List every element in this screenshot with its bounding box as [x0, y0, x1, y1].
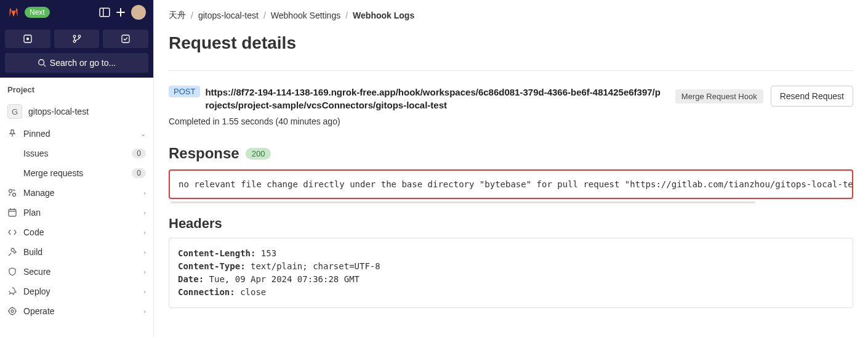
request-url: https://8f72-194-114-138-169.ngrok-free.…: [205, 86, 662, 112]
code-icon: [7, 227, 17, 237]
nav-deploy[interactable]: Deploy ›: [0, 282, 153, 301]
pin-icon: [7, 129, 17, 139]
search-button[interactable]: Search or go to...: [5, 53, 148, 73]
nav-label: Manage: [23, 188, 137, 198]
page-title: Request details: [169, 33, 853, 53]
sidebar: Next Search or go to...: [0, 0, 154, 337]
nav-label: Merge requests: [23, 168, 126, 178]
deploy-icon: [7, 286, 17, 296]
next-badge: Next: [25, 7, 50, 18]
todo-action-button[interactable]: [103, 30, 148, 48]
svg-point-6: [73, 35, 76, 38]
completed-text: Completed in 1.55 seconds (40 minutes ag…: [169, 116, 663, 126]
plan-icon: [7, 208, 17, 217]
chevron-right-icon: ›: [143, 189, 146, 197]
crumb-project[interactable]: gitops-local-test: [198, 10, 259, 20]
chevron-right-icon: ›: [143, 288, 146, 295]
svg-point-7: [73, 40, 76, 43]
hook-type-badge: Merge Request Hook: [675, 89, 763, 104]
operate-icon: [7, 306, 17, 316]
crumb-separator: /: [345, 10, 348, 20]
nav-merge-requests[interactable]: Merge requests 0: [0, 163, 153, 183]
shield-icon: [7, 267, 17, 277]
count-badge: 0: [132, 168, 146, 178]
headers-title: Headers: [169, 216, 853, 232]
project-section-label: Project: [0, 78, 153, 99]
svg-point-18: [9, 308, 16, 315]
nav-label: Issues: [23, 148, 126, 158]
action-row: [0, 25, 153, 53]
chevron-right-icon: ›: [143, 248, 146, 256]
nav-secure[interactable]: Secure ›: [0, 262, 153, 282]
method-badge: POST: [169, 86, 200, 97]
nav-label: Code: [23, 227, 137, 237]
main-content: 天舟 / gitops-local-test / Webhook Setting…: [154, 0, 868, 337]
project-header[interactable]: G gitops-local-test: [0, 99, 153, 124]
crumb-separator: /: [263, 10, 266, 20]
response-body-text: no relevant file change directly under t…: [179, 179, 843, 189]
svg-rect-14: [9, 209, 16, 216]
count-badge: 0: [132, 148, 146, 158]
scrollbar[interactable]: [171, 201, 755, 203]
svg-point-19: [11, 310, 14, 312]
response-body-box: no relevant file change directly under t…: [169, 169, 853, 199]
headers-text: Content-Length: 153 Content-Type: text/p…: [178, 247, 844, 299]
crumb-separator: /: [191, 10, 193, 20]
chevron-right-icon: ›: [143, 209, 146, 216]
chevron-down-icon: ⌄: [140, 130, 146, 138]
merge-action-button[interactable]: [54, 30, 100, 48]
nav-pinned[interactable]: Pinned ⌄: [0, 124, 153, 144]
nav-label: Secure: [23, 267, 137, 277]
divider: [169, 70, 853, 71]
project-badge: G: [7, 104, 22, 119]
build-icon: [7, 247, 17, 257]
plus-icon[interactable]: [115, 7, 126, 18]
headers-box: Content-Length: 153 Content-Type: text/p…: [169, 238, 853, 308]
search-label: Search or go to...: [50, 58, 116, 68]
nav-manage[interactable]: Manage ›: [0, 183, 153, 203]
crumb-current: Webhook Logs: [353, 10, 414, 20]
request-summary: POST https://8f72-194-114-138-169.ngrok-…: [169, 86, 853, 126]
status-badge: 200: [246, 148, 271, 160]
nav-operate[interactable]: Operate ›: [0, 301, 153, 321]
nav-label: Deploy: [23, 286, 137, 296]
svg-point-5: [26, 38, 28, 40]
nav-plan[interactable]: Plan ›: [0, 203, 153, 222]
nav-label: Pinned: [23, 129, 134, 139]
resend-request-button[interactable]: Resend Request: [771, 86, 853, 107]
response-title-row: Response 200: [169, 145, 853, 162]
crumb-settings[interactable]: Webhook Settings: [271, 10, 340, 20]
breadcrumb: 天舟 / gitops-local-test / Webhook Setting…: [169, 10, 853, 21]
svg-line-11: [43, 65, 46, 67]
svg-point-13: [13, 193, 16, 197]
search-row: Search or go to...: [0, 53, 153, 78]
svg-point-8: [78, 35, 81, 38]
nav-label: Plan: [23, 208, 137, 217]
svg-rect-9: [122, 35, 129, 43]
chevron-right-icon: ›: [143, 307, 146, 315]
manage-icon: [7, 188, 17, 198]
svg-rect-0: [100, 8, 110, 17]
topbar: Next: [0, 0, 153, 25]
nav-label: Operate: [23, 306, 137, 316]
chevron-right-icon: ›: [143, 229, 146, 236]
avatar[interactable]: [131, 5, 146, 20]
response-title: Response: [169, 145, 239, 162]
svg-point-12: [9, 190, 12, 193]
nav-label: Build: [23, 247, 137, 257]
sidebar-collapse-icon[interactable]: [99, 7, 110, 18]
crumb-owner[interactable]: 天舟: [169, 10, 186, 21]
nav-build[interactable]: Build ›: [0, 242, 153, 262]
issue-action-button[interactable]: [5, 30, 50, 48]
gitlab-logo-icon[interactable]: [7, 6, 20, 18]
nav-code[interactable]: Code ›: [0, 222, 153, 242]
nav-issues[interactable]: Issues 0: [0, 144, 153, 163]
svg-point-10: [39, 60, 44, 65]
project-name: gitops-local-test: [28, 107, 89, 116]
chevron-right-icon: ›: [143, 268, 146, 275]
